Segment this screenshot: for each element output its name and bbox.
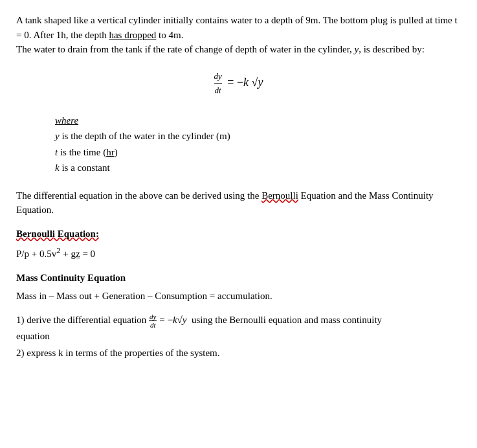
- equals-sign: = −k: [227, 76, 251, 89]
- intro-text-2: The water to drain from the tank if the …: [16, 42, 461, 57]
- numerator-dy: dy: [214, 70, 222, 84]
- bernoulli-heading: Bernoulli Equation:: [16, 227, 461, 241]
- page-container: A tank shaped like a vertical cylinder i…: [16, 13, 461, 361]
- tasks-block: 1) derive the differential equation dy d…: [16, 313, 461, 361]
- intro-text-1: A tank shaped like a vertical cylinder i…: [16, 13, 461, 42]
- definitions-block: where y is the depth of the water in the…: [55, 113, 461, 175]
- mass-continuity-equation: Mass in – Mass out + Generation – Consum…: [16, 289, 461, 304]
- intro-paragraph: A tank shaped like a vertical cylinder i…: [16, 13, 461, 57]
- mass-continuity-heading: Mass Continuity Equation: [16, 271, 461, 286]
- task-1: 1) derive the differential equation dy d…: [16, 313, 461, 344]
- where-label: where: [55, 113, 461, 128]
- t-definition: t is the time (hr): [55, 145, 461, 160]
- bernoulli-reference: Bernoulli: [261, 190, 298, 201]
- equation-block: dy dt = −k √y: [16, 70, 461, 97]
- where-underlined: where: [55, 115, 78, 126]
- dy-dt-fraction: dy dt: [214, 70, 222, 97]
- sqrt-y: √y: [252, 76, 263, 89]
- denominator-dt: dt: [215, 84, 221, 97]
- inline-dy-dt: dy dt: [149, 313, 157, 329]
- body-text: The differential equation in the above c…: [16, 188, 461, 218]
- y-definition: y is the depth of the water in the cylin…: [55, 129, 461, 144]
- k-definition: k is a constant: [55, 161, 461, 175]
- task-2: 2) express k in terms of the properties …: [16, 346, 461, 361]
- bernoulli-equation: P/p + 0.5v2 + gz = 0: [16, 245, 461, 262]
